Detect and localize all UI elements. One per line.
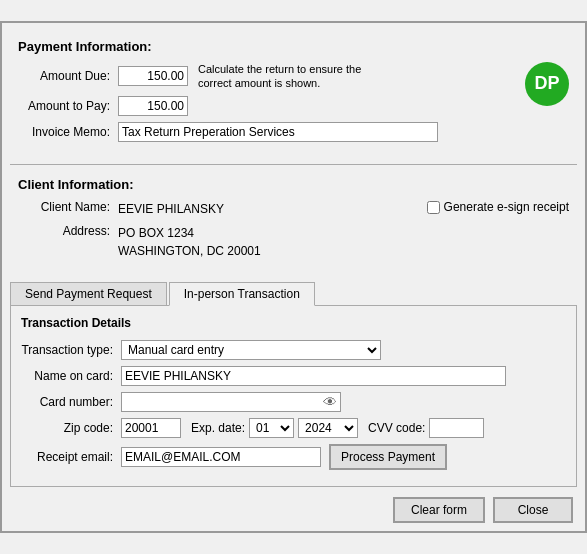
receipt-email-label: Receipt email: xyxy=(21,450,121,464)
clear-form-button[interactable]: Clear form xyxy=(393,497,485,523)
tabs-header: Send Payment Request In-person Transacti… xyxy=(10,282,577,306)
exp-date-label: Exp. date: xyxy=(191,421,245,435)
amount-due-row: Amount Due: Calculate the return to ensu… xyxy=(18,62,525,91)
card-number-wrap: 👁︎ xyxy=(121,392,341,412)
name-on-card-label: Name on card: xyxy=(21,369,121,383)
address-line1: PO BOX 1234 xyxy=(118,224,261,242)
cvv-label: CVV code: xyxy=(368,421,425,435)
avatar: DP xyxy=(525,62,569,106)
address-label: Address: xyxy=(18,224,118,238)
zip-code-input[interactable] xyxy=(121,418,181,438)
amount-to-pay-label: Amount to Pay: xyxy=(18,99,118,113)
amount-due-input[interactable] xyxy=(118,66,188,86)
transaction-type-select[interactable]: Manual card entry xyxy=(121,340,381,360)
address-line2: WASHINGTON, DC 20001 xyxy=(118,242,261,260)
zip-exp-cvv-row: Zip code: Exp. date: 01 02 03 04 05 06 0… xyxy=(21,418,566,438)
invoice-memo-label: Invoice Memo: xyxy=(18,125,118,139)
cvv-input[interactable] xyxy=(429,418,484,438)
tab-content-in-person: Transaction Details Transaction type: Ma… xyxy=(10,306,577,487)
generate-esign-label: Generate e-sign receipt xyxy=(444,200,569,214)
receipt-email-row: Receipt email: Process Payment xyxy=(21,444,566,470)
transaction-type-row: Transaction type: Manual card entry xyxy=(21,340,566,360)
amount-to-pay-input[interactable] xyxy=(118,96,188,116)
eye-icon[interactable]: 👁︎ xyxy=(323,394,337,410)
address-value: PO BOX 1234 WASHINGTON, DC 20001 xyxy=(118,224,261,260)
zip-code-label: Zip code: xyxy=(21,421,121,435)
generate-esign-row: Generate e-sign receipt xyxy=(427,200,569,214)
client-name-label: Client Name: xyxy=(18,200,118,214)
client-name-row: Client Name: EEVIE PHILANSKY xyxy=(18,200,427,218)
name-on-card-row: Name on card: xyxy=(21,366,566,386)
payment-info-title: Payment Information: xyxy=(18,39,569,54)
tab-in-person-transaction[interactable]: In-person Transaction xyxy=(169,282,315,306)
client-fields: Client Name: EEVIE PHILANSKY Address: PO… xyxy=(18,200,427,266)
payment-note: Calculate the return to ensure the corre… xyxy=(198,62,378,91)
invoice-memo-input[interactable] xyxy=(118,122,438,142)
payment-fields: Amount Due: Calculate the return to ensu… xyxy=(18,62,525,149)
client-name-value: EEVIE PHILANSKY xyxy=(118,200,224,218)
address-row: Address: PO BOX 1234 WASHINGTON, DC 2000… xyxy=(18,224,427,260)
invoice-memo-row: Invoice Memo: xyxy=(18,122,525,142)
amount-due-label: Amount Due: xyxy=(18,69,118,83)
close-button[interactable]: Close xyxy=(493,497,573,523)
transaction-type-label: Transaction type: xyxy=(21,343,121,357)
tab-send-payment-request[interactable]: Send Payment Request xyxy=(10,282,167,305)
amount-to-pay-row: Amount to Pay: xyxy=(18,96,525,116)
generate-esign-checkbox[interactable] xyxy=(427,201,440,214)
card-number-row: Card number: 👁︎ xyxy=(21,392,566,412)
client-info-section: Client Information: Client Name: EEVIE P… xyxy=(10,169,577,274)
exp-year-select[interactable]: 2024 2025 2026 xyxy=(298,418,358,438)
card-number-input[interactable] xyxy=(121,392,341,412)
bottom-buttons: Clear form Close xyxy=(10,497,577,523)
main-window: Payment Information: Amount Due: Calcula… xyxy=(0,21,587,534)
avatar-initials: DP xyxy=(534,73,559,94)
card-number-label: Card number: xyxy=(21,395,121,409)
exp-month-select[interactable]: 01 02 03 04 05 06 07 08 09 10 11 12 xyxy=(249,418,294,438)
process-payment-button[interactable]: Process Payment xyxy=(329,444,447,470)
tabs-area: Send Payment Request In-person Transacti… xyxy=(10,282,577,487)
transaction-details-title: Transaction Details xyxy=(21,316,566,330)
payment-info-section: Payment Information: Amount Due: Calcula… xyxy=(10,31,577,161)
receipt-email-input[interactable] xyxy=(121,447,321,467)
name-on-card-input[interactable] xyxy=(121,366,506,386)
client-info-title: Client Information: xyxy=(18,177,569,192)
